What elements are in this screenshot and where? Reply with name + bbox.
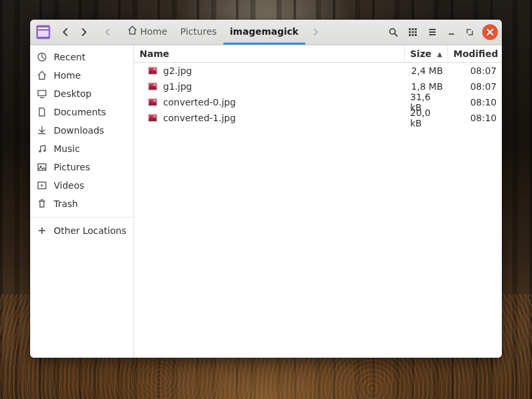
plus-icon [37, 225, 47, 236]
sidebar-item-label: Videos [54, 180, 85, 191]
headerbar: Home Pictures imagemagick [30, 20, 502, 45]
sidebar-item-trash[interactable]: Trash [30, 195, 134, 213]
column-headers: Name Size ▲ Modified [134, 45, 502, 63]
file-rows: g2.jpg2,4 MB08:07g1.jpg1,8 MB08:07conver… [134, 63, 502, 358]
close-button[interactable] [482, 24, 498, 40]
sidebar-item-label: Downloads [54, 125, 104, 136]
breadcrumb-home-label: Home [140, 26, 167, 37]
sidebar-item-downloads[interactable]: Downloads [30, 121, 134, 140]
hamburger-menu-button[interactable] [423, 23, 442, 41]
file-name: g2.jpg [163, 66, 192, 76]
file-size-cell: 2,4 MB [405, 66, 448, 76]
breadcrumb-home[interactable]: Home [121, 20, 174, 45]
svg-rect-2 [38, 31, 48, 37]
file-modified-cell: 08:10 [448, 113, 502, 123]
column-name-label: Name [140, 48, 169, 59]
file-name-cell: converted-1.jpg [134, 113, 405, 123]
path-prev-button[interactable] [98, 23, 117, 41]
app-files-icon [34, 23, 52, 41]
desktop-icon [37, 88, 47, 99]
svg-rect-13 [415, 34, 417, 36]
sidebar-item-documents[interactable]: Documents [30, 103, 134, 121]
back-button[interactable] [56, 23, 75, 41]
home-icon [127, 25, 138, 37]
file-name: g1.jpg [163, 81, 192, 92]
column-name[interactable]: Name [134, 45, 405, 62]
downloads-icon [37, 125, 47, 136]
svg-rect-9 [412, 31, 414, 33]
image-file-icon [147, 97, 158, 107]
file-row[interactable]: g2.jpg2,4 MB08:07 [134, 63, 502, 79]
svg-point-23 [39, 150, 41, 153]
breadcrumb-current[interactable]: imagemagick [223, 20, 305, 45]
svg-rect-10 [415, 31, 417, 33]
breadcrumb: Home Pictures imagemagick [121, 20, 305, 45]
column-size-label: Size [410, 48, 432, 59]
sidebar-item-videos[interactable]: Videos [30, 176, 134, 195]
sidebar-item-label: Music [54, 143, 80, 154]
svg-rect-8 [409, 31, 411, 33]
file-size-cell: 20,0 kB [405, 107, 448, 128]
file-name-cell: g2.jpg [134, 66, 405, 76]
sidebar-item-pictures[interactable]: Pictures [30, 158, 134, 176]
svg-rect-1 [38, 28, 48, 29]
view-grid-button[interactable] [404, 23, 422, 41]
sidebar-item-music[interactable]: Music [30, 140, 134, 158]
clock-icon [37, 52, 47, 62]
sidebar-item-recent[interactable]: Recent [30, 48, 134, 66]
sidebar-item-label: Pictures [54, 162, 90, 172]
sidebar-item-label: Documents [54, 107, 106, 117]
nav-group [56, 23, 93, 41]
image-file-icon [147, 81, 158, 92]
column-size[interactable]: Size ▲ [405, 45, 448, 62]
trash-icon [37, 199, 47, 209]
file-size-cell: 1,8 MB [405, 81, 448, 92]
pictures-icon [37, 162, 47, 172]
sidebar: Recent Home Desktop Documents Downloads … [30, 45, 134, 358]
svg-line-4 [394, 33, 397, 36]
search-button[interactable] [384, 23, 402, 41]
forward-button[interactable] [75, 23, 93, 41]
sort-asc-icon: ▲ [437, 50, 442, 58]
column-modified-label: Modified [453, 48, 498, 59]
sidebar-item-label: Other Locations [54, 225, 126, 236]
svg-point-24 [43, 149, 46, 152]
documents-icon [37, 107, 47, 117]
sidebar-item-label: Desktop [54, 88, 92, 99]
videos-icon [37, 180, 47, 191]
file-manager-window: Home Pictures imagemagick [30, 20, 502, 358]
svg-rect-25 [38, 164, 46, 170]
svg-rect-21 [38, 90, 46, 96]
svg-rect-7 [415, 28, 417, 30]
minimize-button[interactable] [443, 24, 460, 41]
breadcrumb-pictures-label: Pictures [180, 26, 216, 37]
file-name: converted-1.jpg [163, 113, 236, 123]
file-list: Name Size ▲ Modified g2.jpg2,4 MB08:07g1… [134, 45, 502, 358]
file-name: converted-0.jpg [163, 97, 236, 107]
file-modified-cell: 08:07 [448, 66, 502, 76]
path-next-button[interactable] [307, 23, 325, 41]
sidebar-item-home[interactable]: Home [30, 66, 134, 85]
sidebar-item-other-locations[interactable]: Other Locations [30, 221, 134, 240]
home-icon [37, 70, 47, 81]
breadcrumb-current-label: imagemagick [230, 26, 299, 37]
svg-rect-6 [412, 28, 414, 30]
window-body: Recent Home Desktop Documents Downloads … [30, 45, 502, 358]
file-name-cell: g1.jpg [134, 81, 405, 92]
breadcrumb-pictures[interactable]: Pictures [174, 20, 223, 45]
file-modified-cell: 08:07 [448, 81, 502, 92]
sidebar-item-label: Trash [54, 199, 78, 209]
column-modified[interactable]: Modified [448, 45, 502, 62]
sidebar-item-desktop[interactable]: Desktop [30, 85, 134, 103]
sidebar-item-label: Home [54, 70, 81, 81]
sidebar-item-label: Recent [54, 52, 85, 62]
file-modified-cell: 08:10 [448, 97, 502, 107]
file-row[interactable]: converted-1.jpg20,0 kB08:10 [134, 110, 502, 126]
svg-rect-12 [412, 34, 414, 36]
file-name-cell: converted-0.jpg [134, 97, 405, 107]
maximize-button[interactable] [461, 24, 478, 41]
image-file-icon [147, 113, 158, 123]
sidebar-separator [30, 217, 134, 218]
svg-rect-5 [409, 28, 411, 30]
music-icon [37, 143, 47, 154]
